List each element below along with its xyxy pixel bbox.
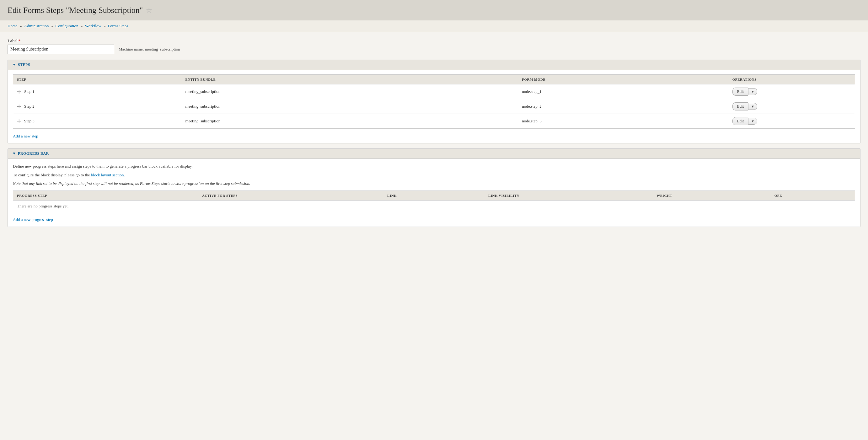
progress-bar-section-body: Define new progress steps here and assig… (8, 159, 860, 227)
breadcrumb: Home » Administration » Configuration » … (0, 21, 868, 32)
progress-bar-empty-row: There are no progress steps yet. (13, 200, 855, 212)
page-title: Edit Forms Steps "Meeting Subscription" … (7, 6, 861, 15)
drag-handle-icon-2[interactable]: ✛ (17, 118, 21, 124)
table-row: ✛ Step 3 meeting_subscription node.step_… (13, 114, 855, 129)
machine-name-label: Machine name: meeting_subscription (119, 47, 180, 52)
entity-bundle-cell-0: meeting_subscription (181, 85, 518, 99)
breadcrumb-forms-steps[interactable]: Forms Steps (108, 24, 128, 28)
progress-bar-note: Note that any link set to be displayed o… (13, 181, 855, 187)
form-mode-cell-1: node.step_2 (518, 99, 728, 114)
progress-bar-triangle-icon: ▼ (12, 151, 16, 156)
edit-dropdown-button-1[interactable]: ▼ (748, 103, 757, 110)
form-mode-cell-0: node.step_1 (518, 85, 728, 99)
steps-section: ▼ STEPS STEP ENTITY BUNDLE FORM MODE OPE… (7, 60, 861, 144)
breadcrumb-configuration[interactable]: Configuration (56, 24, 79, 28)
label-field-group: Label* Machine name: meeting_subscriptio… (7, 38, 861, 54)
drag-handle-icon-1[interactable]: ✛ (17, 103, 21, 109)
steps-col-ops: OPERATIONS (728, 75, 855, 85)
progress-bar-description-1: Define new progress steps here and assig… (13, 163, 855, 169)
edit-dropdown-button-0[interactable]: ▼ (748, 88, 757, 95)
label-field-label: Label* (7, 38, 861, 43)
add-new-step-link[interactable]: Add a new step (13, 134, 38, 139)
table-row: ✛ Step 2 meeting_subscription node.step_… (13, 99, 855, 114)
progress-bar-section-title: PROGRESS BAR (18, 151, 49, 156)
pb-col-ope: OPE (771, 191, 855, 200)
steps-triangle-icon: ▼ (12, 62, 16, 67)
step-label-0: Step 1 (24, 89, 34, 94)
content-area: Label* Machine name: meeting_subscriptio… (0, 32, 868, 440)
pb-col-active-for: ACTIVE FOR STEPS (198, 191, 383, 200)
progress-bar-description-2: To configure the block display, please g… (13, 172, 855, 178)
step-cell-2: ✛ Step 3 (13, 114, 181, 129)
progress-bar-table-container: PROGRESS STEP ACTIVE FOR STEPS LINK LINK… (13, 190, 855, 212)
progress-bar-empty-message: There are no progress steps yet. (13, 200, 855, 212)
entity-bundle-cell-2: meeting_subscription (181, 114, 518, 129)
operations-cell-1: Edit ▼ (728, 99, 855, 114)
edit-dropdown-button-2[interactable]: ▼ (748, 118, 757, 125)
pb-col-link-vis: LINK VISIBILITY (485, 191, 653, 200)
steps-table-container: STEP ENTITY BUNDLE FORM MODE OPERATIONS … (13, 74, 855, 129)
progress-bar-table: PROGRESS STEP ACTIVE FOR STEPS LINK LINK… (13, 191, 855, 212)
label-input[interactable] (7, 44, 114, 54)
block-layout-link[interactable]: block layout section (91, 172, 124, 177)
operations-cell-0: Edit ▼ (728, 85, 855, 99)
label-field-row: Machine name: meeting_subscription (7, 44, 861, 54)
drag-handle-icon-0[interactable]: ✛ (17, 89, 21, 95)
page-title-text: Edit Forms Steps "Meeting Subscription" (7, 6, 143, 15)
table-row: ✛ Step 1 meeting_subscription node.step_… (13, 85, 855, 99)
breadcrumb-home[interactable]: Home (7, 24, 18, 28)
step-cell-0: ✛ Step 1 (13, 85, 181, 99)
edit-button-0[interactable]: Edit (733, 88, 748, 96)
edit-button-1[interactable]: Edit (733, 102, 748, 111)
entity-bundle-cell-1: meeting_subscription (181, 99, 518, 114)
page-header: Edit Forms Steps "Meeting Subscription" … (0, 0, 868, 21)
add-new-progress-step-link[interactable]: Add a new progress step (13, 217, 53, 222)
operations-cell-2: Edit ▼ (728, 114, 855, 129)
steps-col-step: STEP (13, 75, 181, 85)
form-mode-cell-2: node.step_3 (518, 114, 728, 129)
step-label-1: Step 2 (24, 104, 34, 109)
steps-section-title: STEPS (18, 62, 30, 67)
pb-col-progress-step: PROGRESS STEP (13, 191, 198, 200)
step-cell-1: ✛ Step 2 (13, 99, 181, 114)
progress-bar-section: ▼ PROGRESS BAR Define new progress steps… (7, 149, 861, 227)
steps-section-header[interactable]: ▼ STEPS (8, 60, 860, 70)
steps-section-body: STEP ENTITY BUNDLE FORM MODE OPERATIONS … (8, 70, 860, 143)
steps-table: STEP ENTITY BUNDLE FORM MODE OPERATIONS … (13, 75, 855, 128)
edit-button-2[interactable]: Edit (733, 117, 748, 125)
steps-col-formmode: FORM MODE (518, 75, 728, 85)
breadcrumb-workflow[interactable]: Workflow (85, 24, 101, 28)
step-label-2: Step 3 (24, 119, 34, 124)
pb-col-weight: WEIGHT (653, 191, 770, 200)
steps-col-entity: ENTITY BUNDLE (181, 75, 518, 85)
favorite-star-icon[interactable]: ☆ (146, 6, 152, 14)
progress-bar-section-header[interactable]: ▼ PROGRESS BAR (8, 149, 860, 159)
pb-col-link: LINK (383, 191, 485, 200)
breadcrumb-administration[interactable]: Administration (24, 24, 49, 28)
